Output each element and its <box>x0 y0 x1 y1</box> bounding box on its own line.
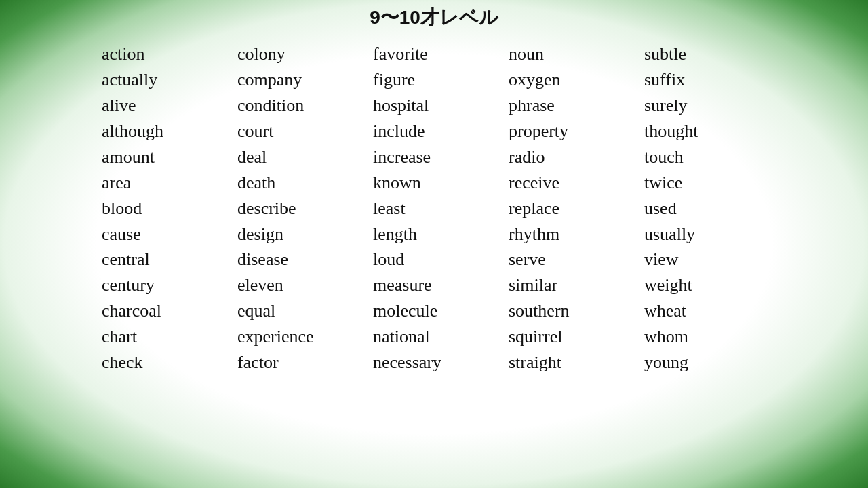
word-item: property <box>509 119 631 144</box>
word-item: usually <box>644 222 766 247</box>
word-item: squirrel <box>509 325 631 349</box>
word-item: area <box>102 171 224 195</box>
word-item: phrase <box>509 94 631 118</box>
word-item: whom <box>644 325 766 349</box>
word-item: describe <box>237 197 359 221</box>
word-item: central <box>102 247 224 272</box>
page-content: 9〜10才レベル actionactuallyalivealthoughamou… <box>0 0 868 488</box>
word-item: amount <box>102 145 224 169</box>
word-item: wheat <box>644 299 766 323</box>
word-item: company <box>237 68 359 92</box>
word-item: national <box>373 325 495 349</box>
word-item: known <box>373 171 495 195</box>
word-item: rhythm <box>509 222 631 247</box>
word-item: design <box>237 222 359 247</box>
word-column-1: actionactuallyalivealthoughamountareablo… <box>95 42 231 374</box>
word-item: subtle <box>644 42 766 66</box>
word-item: necessary <box>373 350 495 375</box>
word-item: loud <box>373 247 495 272</box>
word-item: action <box>102 42 224 66</box>
word-item: experience <box>237 325 359 349</box>
word-item: noun <box>509 42 631 66</box>
word-item: eleven <box>237 273 359 298</box>
word-item: factor <box>237 350 359 375</box>
word-item: figure <box>373 68 495 92</box>
word-grid: actionactuallyalivealthoughamountareablo… <box>95 42 773 374</box>
word-item: least <box>373 197 495 221</box>
word-item: equal <box>237 299 359 323</box>
word-item: serve <box>509 247 631 272</box>
word-item: colony <box>237 42 359 66</box>
word-item: southern <box>509 299 631 323</box>
word-item: century <box>102 273 224 298</box>
word-item: replace <box>509 197 631 221</box>
word-item: length <box>373 222 495 247</box>
word-item: cause <box>102 222 224 247</box>
word-item: hospital <box>373 94 495 118</box>
word-item: alive <box>102 94 224 118</box>
word-item: favorite <box>373 42 495 66</box>
word-item: thought <box>644 119 766 144</box>
word-item: deal <box>237 145 359 169</box>
word-item: include <box>373 119 495 144</box>
word-item: oxygen <box>509 68 631 92</box>
word-item: check <box>102 350 224 375</box>
word-item: molecule <box>373 299 495 323</box>
word-column-3: favoritefigurehospitalincludeincreasekno… <box>366 42 502 374</box>
word-item: receive <box>509 171 631 195</box>
word-item: death <box>237 171 359 195</box>
word-item: increase <box>373 145 495 169</box>
word-item: disease <box>237 247 359 272</box>
word-item: actually <box>102 68 224 92</box>
word-item: measure <box>373 273 495 298</box>
word-column-5: subtlesuffixsurelythoughttouchtwiceusedu… <box>637 42 773 374</box>
word-item: used <box>644 197 766 221</box>
page-title: 9〜10才レベル <box>370 5 498 30</box>
word-item: twice <box>644 171 766 195</box>
word-item: blood <box>102 197 224 221</box>
word-item: although <box>102 119 224 144</box>
word-item: chart <box>102 325 224 349</box>
word-item: surely <box>644 94 766 118</box>
word-column-2: colonycompanyconditioncourtdealdeathdesc… <box>231 42 366 374</box>
word-item: court <box>237 119 359 144</box>
word-item: radio <box>509 145 631 169</box>
word-item: touch <box>644 145 766 169</box>
word-item: similar <box>509 273 631 298</box>
word-column-4: nounoxygenphrasepropertyradioreceiverepl… <box>502 42 637 374</box>
word-item: suffix <box>644 68 766 92</box>
word-item: view <box>644 247 766 272</box>
word-item: young <box>644 350 766 375</box>
word-item: weight <box>644 273 766 298</box>
word-item: charcoal <box>102 299 224 323</box>
word-item: condition <box>237 94 359 118</box>
word-item: straight <box>509 350 631 375</box>
